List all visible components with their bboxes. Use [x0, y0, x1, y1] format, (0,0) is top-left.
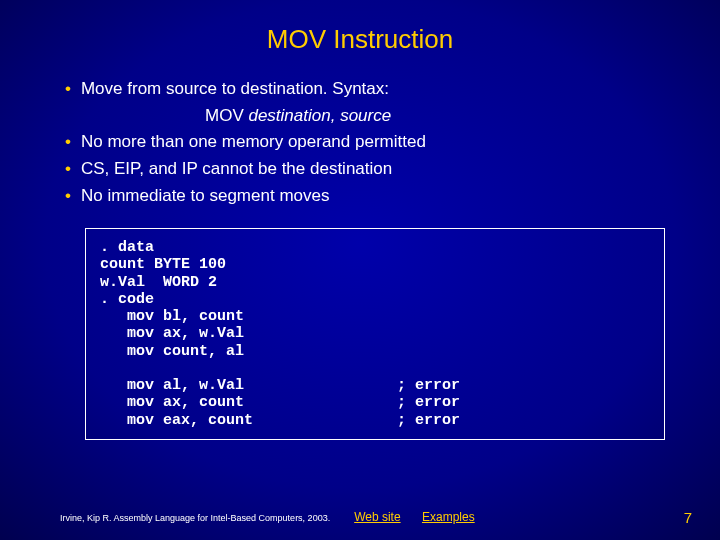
bullet-dot-icon: •: [65, 184, 71, 209]
citation-text: Irvine, Kip R. Assembly Language for Int…: [0, 513, 330, 523]
bullet-text: Move from source to destination. Syntax:: [81, 77, 389, 102]
bullet-dot-icon: •: [65, 130, 71, 155]
bullet-item: • Move from source to destination. Synta…: [65, 77, 680, 102]
bullet-item: • CS, EIP, and IP cannot be the destinat…: [65, 157, 680, 182]
footer: Irvine, Kip R. Assembly Language for Int…: [0, 510, 720, 524]
bullet-item: • No immediate to segment moves: [65, 184, 680, 209]
website-link[interactable]: Web site: [354, 510, 400, 524]
bullet-item: • No more than one memory operand permit…: [65, 130, 680, 155]
bullet-dot-icon: •: [65, 157, 71, 182]
examples-link[interactable]: Examples: [422, 510, 475, 524]
syntax-line: MOV destination, source: [65, 104, 680, 129]
syntax-args: destination, source: [248, 106, 391, 125]
slide-title: MOV Instruction: [0, 0, 720, 77]
bullet-text: No immediate to segment moves: [81, 184, 330, 209]
syntax-op: MOV: [205, 106, 248, 125]
bullet-text: CS, EIP, and IP cannot be the destinatio…: [81, 157, 392, 182]
bullet-text: No more than one memory operand permitte…: [81, 130, 426, 155]
footer-links: Web site Examples: [330, 510, 493, 524]
page-number: 7: [684, 509, 692, 526]
bullet-list: • Move from source to destination. Synta…: [0, 77, 720, 208]
code-box: . data count BYTE 100 w.Val WORD 2 . cod…: [85, 228, 665, 440]
bullet-dot-icon: •: [65, 77, 71, 102]
